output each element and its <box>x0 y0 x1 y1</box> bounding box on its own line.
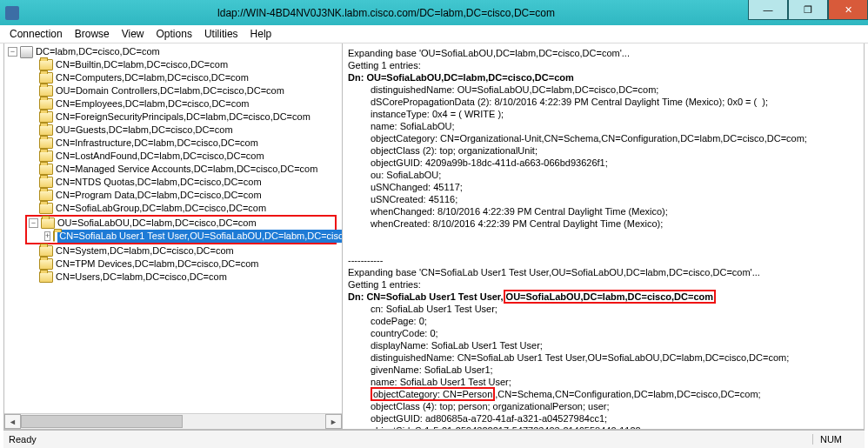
folder-icon <box>39 164 53 175</box>
folder-icon <box>39 98 53 110</box>
status-numlock: NUM <box>812 434 859 445</box>
tree-item[interactable]: CN=ForeignSecurityPrincipals,DC=labm,DC=… <box>6 110 342 124</box>
body: − DC=labm,DC=cisco,DC=com CN=Builtin,DC=… <box>3 43 865 430</box>
attr-line: ou: SofiaLabOU; <box>371 169 858 181</box>
tree-label: CN=Managed Service Accounts,DC=labm,DC=c… <box>56 163 317 176</box>
scroll-left-icon[interactable]: ◄ <box>4 414 21 429</box>
attr-line: whenChanged: 8/10/2016 4:22:39 PM Centra… <box>371 205 858 217</box>
scroll-track[interactable] <box>21 415 325 428</box>
folder-icon <box>39 271 53 283</box>
maximize-button[interactable]: ❐ <box>788 0 828 20</box>
titlebar: ldap://WIN-4BD4NV0J3NK.labm.cisco.com/DC… <box>0 0 868 25</box>
folder-icon <box>39 245 53 257</box>
attr-line: name: SofiaLabOU; <box>371 120 858 132</box>
tree-item[interactable]: CN=SofiaLabGroup,DC=labm,DC=cisco,DC=com <box>6 202 342 215</box>
tree-item[interactable]: CN=LostAndFound,DC=labm,DC=cisco,DC=com <box>6 150 342 163</box>
tree-item[interactable]: CN=Managed Service Accounts,DC=labm,DC=c… <box>6 163 342 176</box>
dn-line: Dn: OU=SofiaLabOU,DC=labm,DC=cisco,DC=co… <box>348 72 574 83</box>
attr-line: name: SofiaLab User1 Test User; <box>371 376 858 388</box>
tree-item[interactable]: OU=Domain Controllers,DC=labm,DC=cisco,D… <box>6 84 342 97</box>
attr-line: objectGUID: 4209a99b-18dc-411d-a663-066b… <box>371 157 858 169</box>
close-button[interactable]: ✕ <box>828 0 868 20</box>
status-text: Ready <box>9 434 37 445</box>
tree-label: CN=Program Data,DC=labm,DC=cisco,DC=com <box>56 189 262 202</box>
window-controls: — ❐ ✕ <box>748 0 868 25</box>
tree-label: CN=ForeignSecurityPrincipals,DC=labm,DC=… <box>56 110 310 124</box>
attr-line: objectGUID: ad80685a-a720-41af-a321-a045… <box>371 412 858 425</box>
tree-label: OU=SofiaLabOU,DC=labm,DC=cisco,DC=com <box>57 217 257 230</box>
tree-pane: − DC=labm,DC=cisco,DC=com CN=Builtin,DC=… <box>4 43 343 429</box>
tree-label: CN=TPM Devices,DC=labm,DC=cisco,DC=com <box>56 257 259 271</box>
attr-line: distinguishedName: CN=SofiaLab User1 Tes… <box>371 351 858 364</box>
attr-line: dSCorePropagationData (2): 8/10/2016 4:2… <box>371 96 858 108</box>
folder-icon <box>39 190 53 201</box>
statusbar: Ready NUM <box>3 430 865 448</box>
folder-icon <box>39 258 53 270</box>
root-icon <box>20 46 33 58</box>
attr-line: instanceType: 0x4 = ( WRITE ); <box>371 108 858 120</box>
dn-line: Dn: CN=SofiaLab User1 Test User,OU=Sofia… <box>348 290 716 304</box>
folder-icon <box>39 124 53 136</box>
tree-hscrollbar[interactable]: ◄ ► <box>4 413 342 429</box>
tree-item[interactable]: CN=System,DC=labm,DC=cisco,DC=com <box>6 244 342 257</box>
attr-line: cn: SofiaLab User1 Test User; <box>371 303 858 315</box>
tree-label: DC=labm,DC=cisco,DC=com <box>36 45 160 58</box>
details-pane[interactable]: Expanding base 'OU=SofiaLabOU,DC=labm,DC… <box>343 43 864 429</box>
tree-item[interactable]: OU=Guests,DC=labm,DC=cisco,DC=com <box>6 124 342 137</box>
tree-label: CN=Builtin,DC=labm,DC=cisco,DC=com <box>56 58 228 71</box>
menu-help[interactable]: Help <box>244 26 278 42</box>
attr-line: givenName: SofiaLab User1; <box>371 364 858 376</box>
attr-line: objectCategory: CN=Organizational-Unit,C… <box>371 132 858 144</box>
attr-line: displayName: SofiaLab User1 Test User; <box>371 339 858 351</box>
menu-options[interactable]: Options <box>150 26 198 42</box>
folder-icon <box>39 203 53 214</box>
folder-icon <box>39 85 53 97</box>
scroll-right-icon[interactable]: ► <box>325 414 342 429</box>
tree-root[interactable]: − DC=labm,DC=cisco,DC=com <box>6 45 342 58</box>
tree-item-selected-user[interactable]: + CN=SofiaLab User1 Test User,OU=SofiaLa… <box>27 230 335 243</box>
dn-highlight: OU=SofiaLabOU,DC=labm,DC=cisco,DC=com <box>504 290 716 304</box>
menu-connection[interactable]: Connection <box>3 26 69 42</box>
menu-view[interactable]: View <box>116 26 150 42</box>
expand-icon[interactable]: + <box>44 231 50 241</box>
collapse-icon[interactable]: − <box>29 218 38 228</box>
tree-label: CN=Computers,DC=labm,DC=cisco,DC=com <box>56 71 249 84</box>
minimize-button[interactable]: — <box>748 0 788 20</box>
attr-objectcategory: objectCategory: CN=Person,CN=Schema,CN=C… <box>371 388 858 400</box>
tree[interactable]: − DC=labm,DC=cisco,DC=com CN=Builtin,DC=… <box>4 43 342 413</box>
app-icon <box>5 6 19 20</box>
window-title: ldap://WIN-4BD4NV0J3NK.labm.cisco.com/DC… <box>24 7 748 19</box>
tree-item[interactable]: CN=Employees,DC=labm,DC=cisco,DC=com <box>6 97 342 110</box>
scroll-thumb[interactable] <box>21 415 183 428</box>
tree-item[interactable]: CN=Infrastructure,DC=labm,DC=cisco,DC=co… <box>6 137 342 150</box>
expand-line: Expanding base 'CN=SofiaLab User1 Test U… <box>348 267 760 277</box>
tree-item[interactable]: CN=TPM Devices,DC=labm,DC=cisco,DC=com <box>6 257 342 271</box>
attr-line: objectSid: S-1-5-21-2594322217-547703403… <box>371 425 858 429</box>
tree-item-sofialabou[interactable]: − OU=SofiaLabOU,DC=labm,DC=cisco,DC=com <box>27 217 335 230</box>
collapse-icon[interactable]: − <box>8 47 17 57</box>
expand-line: Expanding base 'OU=SofiaLabOU,DC=labm,DC… <box>348 48 630 58</box>
attr-line: distinguishedName: OU=SofiaLabOU,DC=labm… <box>371 84 858 96</box>
getting-line: Getting 1 entries: <box>348 60 421 70</box>
tree-label: CN=SofiaLab User1 Test User,OU=SofiaLabO… <box>57 230 342 243</box>
attr-line: uSNChanged: 45117; <box>371 181 858 193</box>
attr-line: objectClass (2): top; organizationalUnit… <box>371 144 858 157</box>
separator: ----------- <box>348 255 383 265</box>
menubar: Connection Browse View Options Utilities… <box>0 25 868 43</box>
tree-item[interactable]: CN=Builtin,DC=labm,DC=cisco,DC=com <box>6 58 342 71</box>
attr-line: countryCode: 0; <box>371 327 858 339</box>
menu-utilities[interactable]: Utilities <box>198 26 244 42</box>
tree-label: CN=Employees,DC=labm,DC=cisco,DC=com <box>56 97 250 110</box>
tree-item[interactable]: CN=Computers,DC=labm,DC=cisco,DC=com <box>6 71 342 84</box>
tree-label: OU=Guests,DC=labm,DC=cisco,DC=com <box>56 124 233 137</box>
tree-label: CN=LostAndFound,DC=labm,DC=cisco,DC=com <box>56 150 264 163</box>
getting-line: Getting 1 entries: <box>348 279 421 290</box>
attr-line: uSNCreated: 45116; <box>371 193 858 205</box>
tree-item[interactable]: CN=NTDS Quotas,DC=labm,DC=cisco,DC=com <box>6 176 342 189</box>
tree-label: CN=SofiaLabGroup,DC=labm,DC=cisco,DC=com <box>56 202 266 215</box>
menu-browse[interactable]: Browse <box>69 26 116 42</box>
tree-item[interactable]: CN=Users,DC=labm,DC=cisco,DC=com <box>6 271 342 284</box>
folder-icon <box>39 177 53 188</box>
tree-item[interactable]: CN=Program Data,DC=labm,DC=cisco,DC=com <box>6 189 342 202</box>
tree-label: CN=Infrastructure,DC=labm,DC=cisco,DC=co… <box>56 137 258 150</box>
